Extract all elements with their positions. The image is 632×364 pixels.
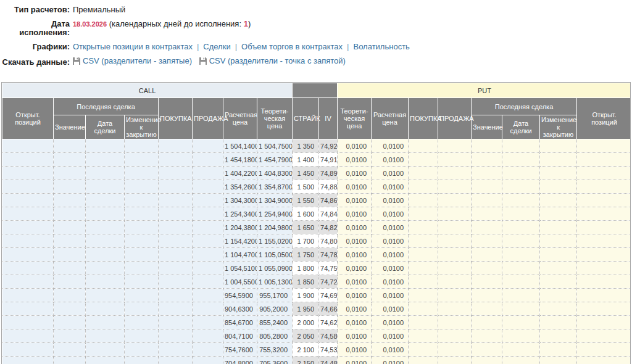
cell-call-last-date: [86, 357, 125, 364]
cell-call-last-date: [86, 139, 125, 153]
cell-put-ask: [438, 153, 472, 167]
cell-call-theoretical: 1 454,7900: [257, 153, 293, 167]
cell-put-bid: [409, 262, 438, 275]
cell-call-open-positions: [2, 167, 54, 180]
csv-semicolon-label: CSV (разделители - точка с запятой): [209, 57, 346, 65]
strike-section-banner: [293, 83, 338, 98]
cell-put-bid: [409, 275, 438, 289]
cell-put-last-change: [540, 153, 577, 167]
cell-call-open-positions: [2, 248, 54, 262]
cell-call-bid: [159, 180, 193, 194]
cell-put-settlement: 0,0100: [372, 207, 409, 221]
option-row: 1 354,26001 354,87001 50074,880,01000,01…: [2, 180, 631, 194]
cell-put-settlement: 0,0100: [372, 194, 409, 207]
cell-call-open-positions: [2, 302, 54, 316]
cell-call-ask: [193, 357, 223, 364]
options-board-table-wrap: CALL PUT Открыт. позиций Последняя сделк…: [1, 82, 631, 364]
cell-put-ask: [438, 343, 472, 357]
cell-put-bid: [409, 316, 438, 329]
cell-put-settlement: 0,0100: [372, 357, 409, 364]
cell-put-open-positions: [577, 316, 631, 329]
cell-call-last-date: [86, 275, 125, 289]
cell-call-bid: [159, 343, 193, 357]
cell-call-ask: [193, 275, 223, 289]
cell-put-theoretical: 0,0100: [338, 343, 372, 357]
cell-put-theoretical: 0,0100: [338, 357, 372, 364]
cell-call-bid: [159, 316, 193, 329]
cell-call-bid: [159, 248, 193, 262]
cell-call-theoretical: 1 005,1300: [257, 275, 293, 289]
cell-put-theoretical: 0,0100: [338, 302, 372, 316]
cell-call-open-positions: [2, 357, 54, 364]
cell-call-settlement: 754,7600: [223, 343, 257, 357]
option-row: 1 204,38001 204,98001 65074,820,01000,01…: [2, 221, 631, 234]
chart-link-0[interactable]: Открытые позиции в контрактах: [73, 42, 193, 51]
cell-call-ask: [193, 139, 223, 153]
cell-put-open-positions: [577, 167, 631, 180]
cell-call-last-change: [125, 316, 159, 329]
cell-call-ask: [193, 180, 223, 194]
cell-put-open-positions: [577, 248, 631, 262]
cell-call-settlement: 804,7100: [223, 329, 257, 343]
option-row: 1 304,30001 304,90001 55074,860,01000,01…: [2, 194, 631, 207]
cell-call-last-value: [54, 139, 86, 153]
cell-call-last-value: [54, 221, 86, 234]
cell-call-bid: [159, 329, 193, 343]
option-row: 1 254,34001 254,94001 60074,840,01000,01…: [2, 207, 631, 221]
cell-put-last-date: [502, 275, 540, 289]
header-call-theoretical-price: Теорети- ческая цена: [257, 98, 293, 139]
cell-put-theoretical: 0,0100: [338, 248, 372, 262]
cell-call-theoretical: 905,2000: [257, 302, 293, 316]
cell-call-settlement: 704,8000: [223, 357, 257, 364]
cell-put-settlement: 0,0100: [372, 139, 409, 153]
chart-link-2[interactable]: Объем торгов в контрактах: [241, 42, 343, 51]
cell-put-last-value: [472, 262, 502, 275]
cell-put-ask: [438, 234, 472, 248]
cell-strike: 1 600: [293, 207, 319, 221]
cell-call-theoretical: 955,1700: [257, 289, 293, 302]
cell-call-last-change: [125, 275, 159, 289]
header-put-last-value: Значение: [472, 115, 502, 139]
csv-semicolon-link[interactable]: CSV (разделители - точка с запятой): [199, 57, 346, 65]
option-row: 1 054,51001 055,09001 80074,750,01000,01…: [2, 262, 631, 275]
cell-strike: 2 100: [293, 343, 319, 357]
cell-put-last-change: [540, 234, 577, 248]
cell-call-open-positions: [2, 343, 54, 357]
cell-call-ask: [193, 167, 223, 180]
charts-line: Графики: Открытые позиции в контрактах|С…: [0, 43, 632, 51]
cell-put-open-positions: [577, 329, 631, 343]
cell-put-open-positions: [577, 234, 631, 248]
cell-call-bid: [159, 221, 193, 234]
cell-call-open-positions: [2, 275, 54, 289]
days-to-execution-prefix: (календарных дней до исполнения:: [109, 19, 244, 28]
header-put-last-date: Дата сделки: [502, 115, 540, 139]
cell-iv: 74,62: [319, 316, 338, 329]
cell-put-last-change: [540, 316, 577, 329]
cell-put-ask: [438, 357, 472, 364]
link-separator: |: [197, 42, 199, 51]
cell-put-last-date: [502, 248, 540, 262]
csv-comma-link[interactable]: CSV (разделители - запятые): [73, 57, 192, 65]
chart-link-1[interactable]: Сделки: [203, 42, 230, 51]
cell-put-theoretical: 0,0100: [338, 275, 372, 289]
cell-put-bid: [409, 167, 438, 180]
option-row: 804,7100805,28002 05074,580,01000,0100: [2, 329, 631, 343]
header-put-ask: ПРОДАЖА: [438, 98, 472, 139]
option-row: 954,5900955,17001 90074,690,01000,0100: [2, 289, 631, 302]
option-row: 854,6700855,24002 00074,620,01000,0100: [2, 316, 631, 329]
cell-call-last-date: [86, 153, 125, 167]
cell-iv: 74,66: [319, 302, 338, 316]
cell-put-bid: [409, 248, 438, 262]
cell-put-open-positions: [577, 180, 631, 194]
cell-put-open-positions: [577, 275, 631, 289]
cell-strike: 1 550: [293, 194, 319, 207]
chart-link-3[interactable]: Волатильность: [354, 42, 410, 51]
cell-put-ask: [438, 221, 472, 234]
cell-put-last-change: [540, 329, 577, 343]
cell-call-last-change: [125, 357, 159, 364]
cell-put-last-change: [540, 248, 577, 262]
cell-strike: 1 750: [293, 248, 319, 262]
option-row: 1 404,22001 404,83001 45074,890,01000,01…: [2, 167, 631, 180]
cell-call-settlement: 1 204,3800: [223, 221, 257, 234]
cell-put-open-positions: [577, 262, 631, 275]
